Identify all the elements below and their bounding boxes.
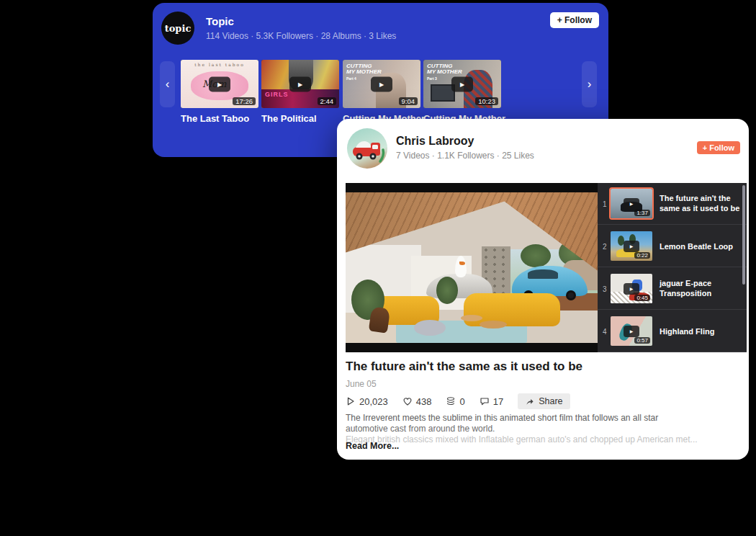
playlist-thumbnail[interactable]: ▶ 0:57 <box>611 316 652 346</box>
share-arrow-icon <box>525 397 534 406</box>
playlist-item-3[interactable]: 3 ▶ 0:45 jaguar E-pace Transposition <box>598 268 747 310</box>
read-more-button[interactable]: Read More... <box>346 441 399 451</box>
play-button-overlay: ▶ <box>624 198 639 210</box>
play-button-overlay[interactable]: ▶ <box>289 76 311 91</box>
playlist-index: 3 <box>603 285 607 293</box>
comments-stat[interactable]: 17 <box>480 396 503 407</box>
playlist-item-1[interactable]: 1 ▶ 1:37 The future ain't the same as it… <box>598 183 747 225</box>
chris-labrooy-channel-card: Chris Labrooy 7 Videos · 1.1K Followers … <box>337 119 749 460</box>
channel-stats: 114 Videos · 5.3K Followers · 28 Albums … <box>206 31 396 41</box>
playlist-thumbnail[interactable]: ▶ 1:37 <box>611 189 652 218</box>
chris-avatar[interactable] <box>347 128 387 169</box>
playlist-title[interactable]: Lemon Beatle Loop <box>660 241 740 251</box>
scene-chair <box>369 306 390 333</box>
scene-car-window <box>528 269 558 279</box>
duration-badge: 1:37 <box>634 210 650 216</box>
scene-table <box>480 321 507 329</box>
share-label: Share <box>539 396 562 406</box>
scene-table <box>461 315 482 321</box>
play-button-overlay: ▶ <box>624 241 639 252</box>
thumb-caption: the last taboo <box>181 62 258 67</box>
carousel-thumbnail-political[interactable]: GIRLS ▶ 2:44 <box>261 60 339 108</box>
channel-name[interactable]: Chris Labrooy <box>396 135 474 148</box>
follow-button[interactable]: + Follow <box>697 141 740 154</box>
video-title[interactable]: The Political <box>261 113 341 124</box>
share-button[interactable]: Share <box>518 393 570 409</box>
comment-bubble-icon <box>480 396 490 406</box>
heart-icon <box>402 396 413 406</box>
player-frame-scene <box>346 192 598 343</box>
play-button-overlay: ▶ <box>624 283 639 295</box>
video-info-title: The future ain't the same as it used to … <box>346 359 582 374</box>
play-count-icon <box>346 396 356 406</box>
collections-count: 0 <box>459 396 464 407</box>
playlist-index: 1 <box>603 200 607 208</box>
duration-badge: 10:23 <box>475 97 498 105</box>
scene-sofa-right <box>464 293 560 326</box>
duration-badge: 9:04 <box>399 97 418 105</box>
collections-stack-icon <box>446 396 456 406</box>
video-date: June 05 <box>346 379 377 389</box>
duration-badge: 0:57 <box>634 337 650 344</box>
video-stats-row: 20,023 438 0 17 Share <box>346 393 570 409</box>
playlist-panel: 1 ▶ 1:37 The future ain't the same as it… <box>598 183 747 352</box>
thumb-show-title-line2: MY MOTHER <box>427 69 462 75</box>
playlist-item-2[interactable]: 2 ▶ 0:22 Lemon Beatle Loop <box>598 225 747 267</box>
video-title[interactable]: The Last Taboo <box>181 113 260 124</box>
playlist-scrollbar[interactable] <box>742 185 745 285</box>
duration-badge: 0:22 <box>634 252 650 259</box>
description-line-2: automotive cast from around the world. <box>346 424 495 434</box>
carousel-thumbnail-cutting-my-mother-4[interactable]: CUTTING MY MOTHER Part 4 ▶ 9:04 <box>343 60 420 108</box>
carousel-next-button[interactable]: › <box>582 61 597 107</box>
play-button-overlay[interactable]: ▶ <box>209 76 230 91</box>
scene-pouf <box>414 320 446 336</box>
description-line-1: The Irreverent meets the sublime in this… <box>346 413 658 423</box>
play-button-overlay[interactable]: ▶ <box>451 76 473 91</box>
likes-stat[interactable]: 438 <box>402 396 432 407</box>
comments-count: 17 <box>493 396 503 407</box>
playlist-title[interactable]: jaguar E-pace Transposition <box>660 278 740 299</box>
thumb-neon-text: GIRLS <box>265 91 289 98</box>
duration-badge: 0:45 <box>634 295 650 301</box>
duration-badge: 17:26 <box>233 97 256 105</box>
scene-palm <box>521 244 551 267</box>
playlist-item-4[interactable]: 4 ▶ 0:57 Highland Fling <box>598 311 747 352</box>
play-button-overlay: ▶ <box>624 326 639 337</box>
video-player[interactable] <box>346 183 598 352</box>
playlist-index: 4 <box>603 328 607 336</box>
carousel-prev-button[interactable]: ‹ <box>160 61 175 107</box>
topic-avatar[interactable]: topic <box>161 12 194 45</box>
follow-button[interactable]: + Follow <box>550 12 599 28</box>
scene-swan-beak <box>459 262 465 265</box>
playlist-thumbnail[interactable]: ▶ 0:22 <box>611 231 652 261</box>
scene-plant <box>436 277 458 304</box>
carousel-thumbnail-last-taboo[interactable]: the last taboo Mom ▶ 17:26 <box>181 60 258 108</box>
car-avatar-icon <box>347 128 387 169</box>
play-button-overlay[interactable]: ▶ <box>371 76 392 91</box>
playlist-thumbnail[interactable]: ▶ 0:45 <box>611 274 652 303</box>
duration-badge: 2:44 <box>318 97 337 105</box>
scene-wheel <box>566 290 576 300</box>
carousel-thumbnail-cutting-my-mother-3[interactable]: CUTTING MY MOTHER Part 3 ▶ 10:23 <box>423 60 501 108</box>
plays-stat: 20,023 <box>346 396 388 407</box>
channel-name[interactable]: Topic <box>206 15 234 27</box>
thumb-show-title-line2: MY MOTHER <box>346 69 382 75</box>
collections-stat[interactable]: 0 <box>446 396 464 407</box>
likes-count: 438 <box>416 396 432 407</box>
playlist-index: 2 <box>603 243 607 251</box>
playlist-title[interactable]: Highland Fling <box>660 326 740 336</box>
plays-count: 20,023 <box>359 396 388 407</box>
playlist-title[interactable]: The future ain't the same as it used to … <box>660 193 740 214</box>
channel-stats: 7 Videos · 1.1K Followers · 25 Likes <box>396 151 534 161</box>
